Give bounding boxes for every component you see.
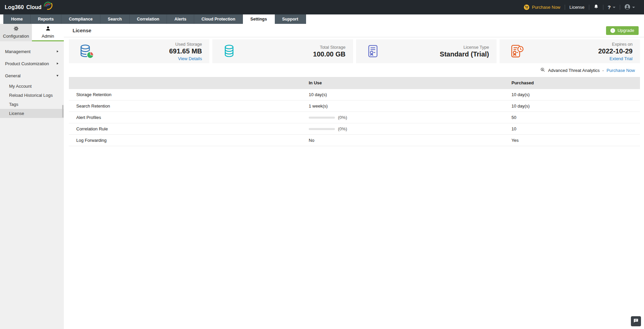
card-label: License Type: [440, 45, 489, 50]
in-use-cell: No: [309, 138, 512, 143]
certificate-clock-icon: [510, 44, 524, 59]
nav-tab-support[interactable]: Support: [275, 14, 306, 24]
sidebar-item-label: Reload Historical Logs: [9, 93, 53, 98]
notifications-button[interactable]: [589, 4, 603, 10]
in-use-column-header: In Use: [309, 80, 512, 85]
brand-swoosh-icon: [43, 0, 53, 12]
sidebar-item-tags[interactable]: Tags: [0, 100, 64, 109]
sidebar-tabs: Configuration Admin: [0, 24, 64, 41]
database-pie-icon: [79, 44, 94, 59]
sidebar-item-my-account[interactable]: My Account: [0, 82, 64, 91]
advanced-threat-analytics-row: Advanced Threat Analytics - Purchase Now: [64, 63, 644, 77]
table-row-storage-retention: Storage Retention 10 day(s) 10 day(s): [69, 89, 640, 100]
nav-tab-correlation[interactable]: Correlation: [130, 14, 167, 24]
upgrade-button[interactable]: ↑ Upgrade: [606, 26, 639, 35]
brand-suffix: Cloud: [26, 4, 41, 10]
nav-tab-search[interactable]: Search: [100, 14, 130, 24]
in-use-cell: (0%): [309, 115, 512, 120]
license-certificate-icon: [366, 44, 380, 59]
sidebar: Configuration Admin Management Product C…: [0, 24, 64, 329]
chat-bubble-icon: [633, 318, 639, 325]
used-storage-value: 691.65 MB: [169, 47, 202, 55]
top-bar: Log360 Cloud: [0, 0, 644, 14]
threat-analytics-label: Advanced Threat Analytics: [548, 68, 600, 73]
license-type-value: Standard (Trial): [440, 50, 489, 58]
table-row-search-retention: Search Retention 1 week(s) 10 day(s): [69, 100, 640, 112]
sidebar-item-product-customization[interactable]: Product Customization: [0, 57, 64, 70]
database-icon: [222, 44, 236, 59]
feature-cell: Search Retention: [69, 104, 309, 109]
total-storage-value: 100.00 GB: [313, 50, 346, 58]
license-summary-cards: Used Storage 691.65 MB View Details: [69, 39, 640, 63]
cart-icon: [524, 4, 529, 10]
nav-tab-home[interactable]: Home: [3, 14, 31, 24]
purchased-cell: 10 day(s): [512, 104, 640, 109]
brand-name: Log360: [5, 4, 24, 10]
sidebar-item-management[interactable]: Management: [0, 45, 64, 57]
purchased-cell: 10: [512, 126, 640, 131]
sidebar-item-label: License: [9, 111, 24, 116]
purchased-column-header: Purchased: [512, 80, 640, 85]
sidebar-item-label: Management: [5, 49, 31, 54]
used-storage-card: Used Storage 691.65 MB View Details: [69, 39, 209, 63]
purchased-cell: 10 day(s): [512, 92, 640, 97]
nav-tab-alerts[interactable]: Alerts: [167, 14, 194, 24]
feature-cell: Correlation Rule: [69, 126, 309, 131]
extend-trial-link[interactable]: Extend Trial: [598, 56, 633, 61]
expires-on-card: Expires on 2022-10-29 Extend Trial: [500, 39, 640, 63]
purchased-cell: 50: [512, 115, 640, 120]
feature-cell: Alert Profiles: [69, 115, 309, 120]
sidebar-item-general[interactable]: General: [0, 70, 64, 82]
sidebar-item-label: Product Customization: [5, 61, 49, 66]
in-use-cell: (0%): [309, 126, 512, 131]
card-label: Expires on: [598, 42, 633, 47]
usage-percent-label: (0%): [338, 115, 347, 120]
license-type-text: License Type Standard (Trial): [440, 45, 497, 58]
chevron-down-icon: [632, 7, 635, 8]
topbar-actions: Purchase Now License ?: [519, 4, 639, 11]
sidebar-item-reload-historical-logs[interactable]: Reload Historical Logs: [0, 91, 64, 100]
nav-tab-compliance[interactable]: Compliance: [61, 14, 100, 24]
sidebar-item-label: My Account: [9, 84, 32, 89]
nav-tab-settings[interactable]: Settings: [243, 14, 274, 24]
primary-nav: Home Reports Compliance Search Correlati…: [0, 14, 644, 24]
sidebar-tab-admin[interactable]: Admin: [32, 24, 64, 41]
usage-progress-bar: [309, 117, 335, 119]
page-title: License: [73, 28, 91, 33]
sidebar-item-label: General: [5, 73, 20, 78]
brand-logo: Log360 Cloud: [5, 3, 53, 12]
used-storage-text: Used Storage 691.65 MB View Details: [169, 42, 209, 61]
view-details-link[interactable]: View Details: [169, 56, 202, 61]
threat-analytics-icon: [540, 67, 545, 73]
feature-cell: Log Forwarding: [69, 138, 309, 143]
nav-tab-cloud-protection[interactable]: Cloud Protection: [194, 14, 243, 24]
admin-person-icon: [45, 26, 51, 32]
sidebar-tab-configuration[interactable]: Configuration: [0, 24, 32, 41]
main-content: License ↑ Upgrade: [64, 24, 644, 329]
chevron-right-icon: [57, 50, 58, 52]
nav-tab-reports[interactable]: Reports: [31, 14, 61, 24]
topbar-purchase-now-button[interactable]: Purchase Now: [519, 4, 565, 10]
profile-menu-button[interactable]: [620, 4, 639, 11]
sidebar-menu: Management Product Customization General…: [0, 41, 64, 118]
usage-percent-label: (0%): [338, 126, 347, 131]
upgrade-button-label: Upgrade: [617, 28, 634, 33]
expires-on-value: 2022-10-29: [598, 47, 633, 55]
chevron-down-icon: [613, 7, 615, 8]
sidebar-item-license[interactable]: License: [0, 109, 64, 118]
expires-on-text: Expires on 2022-10-29 Extend Trial: [598, 42, 640, 61]
app-root: Log360 Cloud: [0, 0, 644, 329]
help-icon: ?: [608, 4, 611, 10]
in-use-cell: 1 week(s): [309, 104, 512, 109]
sidebar-scrollbar[interactable]: [62, 105, 63, 118]
table-header-row: In Use Purchased: [69, 77, 640, 89]
gear-icon: [13, 26, 19, 32]
topbar-license-button[interactable]: License: [565, 5, 589, 10]
ata-purchase-now-link[interactable]: Purchase Now: [606, 68, 635, 73]
feature-cell: Storage Retention: [69, 92, 309, 97]
avatar-icon: [625, 4, 630, 11]
feedback-chat-button[interactable]: [631, 316, 641, 326]
help-menu-button[interactable]: ?: [603, 4, 620, 10]
purchased-cell: Yes: [512, 138, 640, 143]
sidebar-item-label: Tags: [9, 102, 18, 107]
